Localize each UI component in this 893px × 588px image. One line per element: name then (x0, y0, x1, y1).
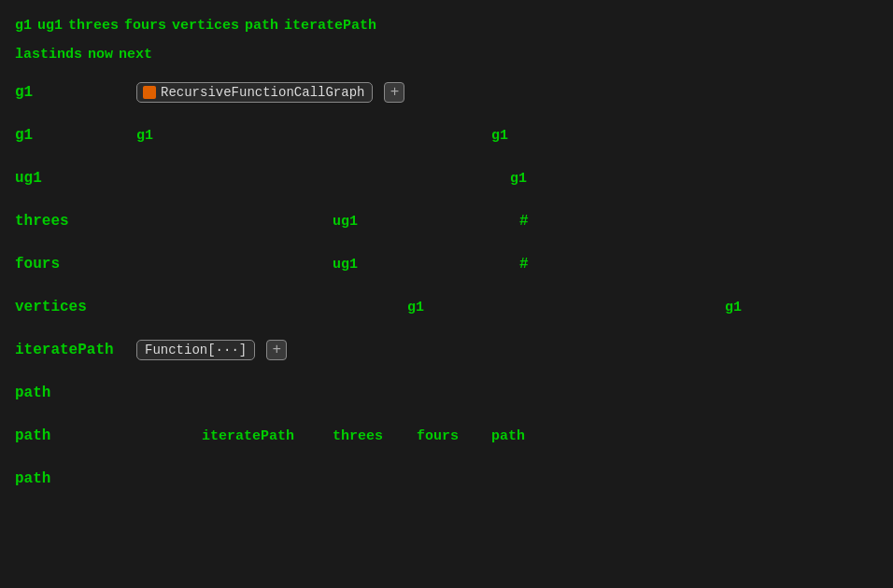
row-g1-badge: g1 RecursiveFunctionCallGraph + (15, 71, 878, 114)
cell-g1-1: g1 (136, 128, 230, 144)
cell-path2-threes: threes (333, 428, 407, 444)
breadcrumb-item-path[interactable]: path (245, 18, 278, 34)
cell-threes-ug1: ug1 (333, 214, 426, 230)
breadcrumb-item-g1[interactable]: g1 (15, 18, 32, 34)
breadcrumb-item-vertices[interactable]: vertices (172, 18, 239, 34)
row-label-threes: threes (15, 213, 136, 230)
threes-cells-content: ug1 # (136, 213, 529, 230)
breadcrumb: g1 ug1 threes fours vertices path iterat… (15, 7, 878, 41)
recursive-function-call-graph-badge[interactable]: RecursiveFunctionCallGraph (136, 82, 373, 103)
vertices-cells-content: g1 g1 (136, 300, 742, 315)
row-path-3: path (15, 457, 878, 500)
row-label-fours: fours (15, 256, 136, 273)
row-path-1: path (15, 371, 878, 414)
row-label-path-1: path (15, 385, 136, 401)
row-label-iteratepath: iteratePath (15, 342, 136, 358)
breadcrumb-item-fours[interactable]: fours (124, 18, 166, 34)
row-label-g1-cells: g1 (15, 127, 136, 144)
cell-vertices-g1-2: g1 (725, 300, 742, 315)
row-label-path-3: path (15, 470, 136, 487)
row-threes: threes ug1 # (15, 200, 878, 243)
row-vertices: vertices g1 g1 (15, 286, 878, 329)
row-path-2: path iteratePath threes fours path (15, 414, 878, 457)
row-g1-cells: g1 g1 g1 (15, 114, 878, 157)
breadcrumb-item-iteratepath[interactable]: iteratePath (284, 18, 376, 34)
function-badge[interactable]: Function[···] (136, 340, 255, 360)
tag-now[interactable]: now (88, 47, 113, 63)
badge-plus-button[interactable]: + (384, 82, 404, 103)
tags-row: lastinds now next (15, 41, 878, 71)
iteratepath-content: Function[···] + (136, 340, 287, 360)
cell-vertices-g1-1: g1 (407, 300, 482, 315)
function-badge-label: Function[···] (145, 343, 247, 357)
badge-label: RecursiveFunctionCallGraph (161, 85, 364, 100)
cell-path2-path: path (491, 428, 525, 444)
badge-container: RecursiveFunctionCallGraph + (136, 82, 404, 103)
cell-threes-hash: # (519, 213, 529, 230)
tag-lastinds[interactable]: lastinds (15, 47, 82, 63)
cell-g1-3: g1 (491, 128, 508, 144)
main-container: g1 ug1 threes fours vertices path iterat… (0, 0, 893, 508)
row-iteratepath: iteratePath Function[···] + (15, 329, 878, 371)
row-ug1: ug1 g1 (15, 157, 878, 200)
cell-path2-iteratepath: iteratePath (202, 428, 323, 444)
fours-cells-content: ug1 # (136, 256, 529, 273)
cell-fours-hash: # (519, 256, 529, 273)
breadcrumb-item-ug1[interactable]: ug1 (37, 18, 63, 34)
ug1-cells-content: g1 (136, 171, 527, 187)
function-plus-button[interactable]: + (266, 340, 287, 360)
row-label-vertices: vertices (15, 299, 136, 315)
tag-next[interactable]: next (119, 47, 152, 63)
path2-content: iteratePath threes fours path (136, 428, 525, 444)
row-label-path-2: path (15, 427, 136, 444)
row-fours: fours ug1 # (15, 243, 878, 286)
row-label-g1-badge: g1 (15, 84, 136, 101)
badge-icon (143, 86, 156, 99)
cell-path2-fours: fours (417, 428, 482, 444)
cell-fours-ug1: ug1 (333, 257, 426, 273)
row-label-ug1: ug1 (15, 170, 136, 187)
cell-ug1-g1: g1 (510, 171, 527, 187)
breadcrumb-item-threes[interactable]: threes (68, 18, 119, 34)
g1-cells-content: g1 g1 (136, 128, 508, 144)
